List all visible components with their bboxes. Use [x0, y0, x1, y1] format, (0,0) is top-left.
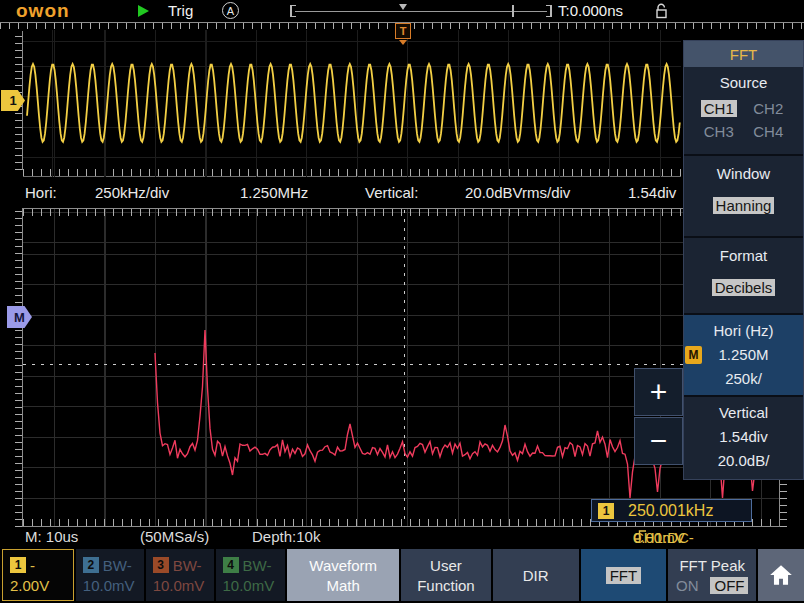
- measured-frequency: 250.001kHz: [628, 502, 713, 520]
- ch3-bandwidth: BW-: [173, 557, 202, 574]
- ch1-scale: 2.00V: [10, 577, 49, 594]
- fft-peak-on-option[interactable]: ON: [676, 577, 699, 594]
- hori-section[interactable]: Hori (Hz) 1.250M 250k/ M: [684, 315, 803, 397]
- memory-depth-value: Depth:10k: [252, 528, 320, 545]
- horizontal-position-slider[interactable]: [290, 4, 552, 18]
- channel1-badge: 1: [598, 503, 614, 519]
- dir-button[interactable]: DIR: [493, 549, 579, 601]
- ch1-badge: 1: [10, 557, 26, 573]
- hori-div-value: 250kHz/div: [95, 184, 169, 201]
- ch4-scale: 10.0mV: [223, 577, 275, 594]
- dir-label: DIR: [523, 567, 549, 584]
- source-section: Source CH1 CH2 CH3 CH4: [684, 67, 803, 156]
- waveform-math-line2: Math: [327, 577, 360, 594]
- fft-button[interactable]: FFT: [581, 549, 667, 601]
- vertical-scale-value: 20.0dB/: [684, 452, 803, 469]
- channel1-button[interactable]: 1- 2.00V: [2, 549, 74, 601]
- source-label: Source: [684, 74, 803, 91]
- oscilloscope-screen: owon Trig A T:0.000ns T 1 Hori: 250kHz/d…: [0, 0, 804, 603]
- ch2-badge: 2: [83, 557, 99, 573]
- vertical-section[interactable]: Vertical 1.54div 20.0dB/: [684, 397, 803, 479]
- home-icon: [768, 563, 794, 587]
- format-label: Format: [684, 247, 803, 264]
- fft-button-label: FFT: [606, 567, 642, 584]
- window-section: Window Hanning: [684, 156, 803, 238]
- frequency-readout-badge: 1 250.001kHz: [591, 499, 752, 522]
- zoom-out-button[interactable]: −: [634, 417, 683, 465]
- owon-logo: owon: [16, 0, 70, 22]
- hori-section-label: Hori (Hz): [684, 322, 803, 339]
- unlock-icon[interactable]: [655, 3, 668, 22]
- hori-label: Hori:: [25, 184, 57, 201]
- panel-title: FFT: [684, 41, 803, 67]
- ch2-scale: 10.0mV: [83, 577, 135, 594]
- top-bar: owon Trig A T:0.000ns: [0, 0, 804, 22]
- hori-scale-value: 250k/: [684, 370, 803, 387]
- channel4-button[interactable]: 4BW- 10.0mV: [216, 549, 286, 601]
- user-function-line1: User: [430, 557, 462, 574]
- slider-track: [295, 11, 547, 12]
- trigger-level-value: 0.00mV: [633, 529, 685, 546]
- channel3-button[interactable]: 3BW- 10.0mV: [146, 549, 214, 601]
- source-option-ch1[interactable]: CH1: [694, 100, 744, 117]
- trigger-status: CH1:DC- 0.00mV: [633, 528, 649, 542]
- user-function-button[interactable]: User Function: [401, 549, 491, 601]
- fft-left-ruler: [15, 208, 23, 527]
- fft-peak-label: FFT Peak: [679, 557, 745, 574]
- waveform-math-button[interactable]: Waveform Math: [287, 549, 399, 601]
- ch3-badge: 3: [153, 557, 169, 573]
- waveform-math-line1: Waveform: [309, 557, 377, 574]
- timebase-value: M: 10us: [25, 528, 78, 545]
- center-frequency-value: 1.250MHz: [240, 184, 308, 201]
- bottom-menu: 1- 2.00V 2BW- 10.0mV 3BW- 10.0mV 4BW- 10…: [0, 547, 804, 603]
- auto-trigger-icon: A: [222, 2, 239, 19]
- format-section: Format Decibels: [684, 238, 803, 315]
- trigger-position-marker[interactable]: T: [395, 23, 411, 39]
- window-value[interactable]: Hanning: [713, 197, 775, 214]
- sine-waveform: [23, 30, 681, 177]
- m-knob-badge: M: [685, 346, 702, 364]
- source-option-ch2[interactable]: CH2: [744, 100, 794, 117]
- window-label: Window: [684, 165, 803, 182]
- ch4-badge: 4: [223, 557, 239, 573]
- ch1-coupling: -: [30, 557, 35, 574]
- fft-peak-button[interactable]: FFT Peak ON OFF: [668, 549, 756, 601]
- source-option-ch3[interactable]: CH3: [694, 123, 744, 140]
- ch3-scale: 10.0mV: [153, 577, 205, 594]
- vertical-div-panel-value: 1.54div: [684, 428, 803, 445]
- slider-window-bracket-icon: [512, 5, 514, 17]
- status-bar: M: 10us (50MSa/s) Depth:10k CH1:DC- 0.00…: [0, 527, 804, 547]
- ch4-bandwidth: BW-: [243, 557, 272, 574]
- vertical-position-value: 1.54div: [628, 184, 676, 201]
- fft-peak-off-option[interactable]: OFF: [710, 577, 748, 594]
- channel2-button[interactable]: 2BW- 10.0mV: [76, 549, 144, 601]
- user-function-line2: Function: [417, 577, 475, 594]
- source-option-ch4[interactable]: CH4: [744, 123, 794, 140]
- vertical-section-label: Vertical: [684, 404, 803, 421]
- sample-rate-value: (50MSa/s): [140, 528, 209, 545]
- fft-trace: [23, 207, 779, 527]
- slider-left-bracket-icon: [290, 5, 296, 17]
- trig-label: Trig: [168, 2, 193, 19]
- ch2-bandwidth: BW-: [103, 557, 132, 574]
- slider-right-bracket-icon: [546, 5, 552, 17]
- trigger-time-offset: T:0.000ns: [558, 2, 623, 19]
- fft-menu-panel: FFT Source CH1 CH2 CH3 CH4 Window Hannin…: [683, 40, 804, 480]
- home-button[interactable]: [758, 549, 804, 601]
- run-play-icon: [138, 5, 149, 17]
- trigger-marker-tip-icon: [399, 40, 407, 45]
- slider-thumb[interactable]: [399, 4, 407, 10]
- source-ch1-chip[interactable]: CH1: [701, 100, 737, 117]
- vertical-div-value: 20.0dBVrms/div: [465, 184, 570, 201]
- format-value[interactable]: Decibels: [712, 279, 776, 296]
- vertical-label: Vertical:: [365, 184, 418, 201]
- zoom-in-button[interactable]: +: [634, 368, 683, 416]
